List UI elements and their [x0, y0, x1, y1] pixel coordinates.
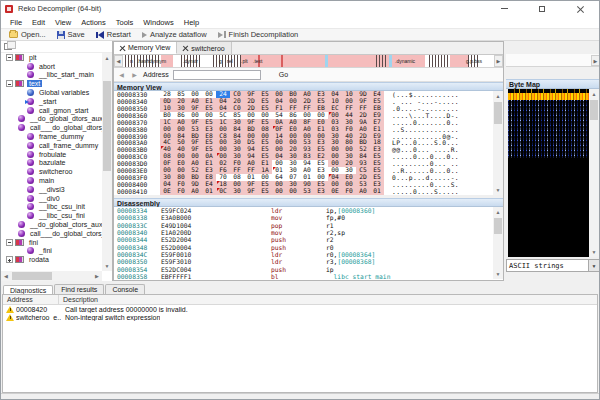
expand-icon[interactable]	[6, 256, 13, 263]
menu-item-actions[interactable]: Actions	[76, 18, 111, 27]
memory-byte[interactable]: E3	[314, 188, 328, 195]
disassembly-view[interactable]: 00008334E59FC024ldrip,[00008360]00008338…	[114, 207, 493, 279]
tree-item-frame-dummy[interactable]: frame_dummy	[1, 132, 102, 141]
collapse-icon[interactable]	[6, 80, 13, 87]
menu-item-help[interactable]: Help	[179, 18, 204, 27]
column-header-description[interactable]: Description	[59, 295, 597, 304]
memory-byte[interactable]: F0	[342, 188, 356, 195]
tree-vscroll-thumb[interactable]	[103, 81, 111, 171]
address-input[interactable]	[173, 70, 261, 80]
menu-item-windows[interactable]: Windows	[138, 18, 178, 27]
memory-scroll-thumb[interactable]	[494, 102, 502, 124]
tab-close-icon[interactable]	[183, 46, 188, 51]
diagnostic-row[interactable]: switcheroo_e...Non-integral switch expre…	[3, 314, 597, 323]
diagnostic-row[interactable]: 00008420Call target address 00000000 is …	[3, 305, 597, 314]
memory-byte[interactable]: 0E	[328, 188, 342, 195]
tab-switcheroo[interactable]: switcheroo	[177, 42, 231, 54]
go-button[interactable]: Go	[279, 71, 288, 78]
memory-byte[interactable]: 00	[272, 188, 286, 195]
byte-map-canvas[interactable]	[508, 89, 592, 257]
tree-item--do-global-dtors-aux[interactable]: __do_global_dtors_aux	[1, 115, 102, 124]
tab-console[interactable]: Console	[105, 284, 145, 294]
tree-item-global-variables[interactable]: Global variables	[1, 88, 102, 97]
tree-item-plt[interactable]: plt	[1, 53, 102, 62]
tree-item-switcheroo[interactable]: switcheroo	[1, 167, 102, 176]
scroll-up-icon[interactable]: ▲	[493, 91, 503, 101]
disassembly-row[interactable]: 00008354E52DC004puship	[114, 265, 493, 272]
scroll-down-icon[interactable]: ▼	[493, 269, 503, 279]
tree-item-fini[interactable]: fini	[1, 238, 102, 247]
disassembly-row[interactable]: 0000834CE59F0010ldrr0,[00008364]	[114, 251, 493, 258]
minimize-button[interactable]	[485, 1, 523, 16]
scroll-left-icon[interactable]: ◀	[1, 271, 11, 281]
menu-item-file[interactable]: File	[5, 18, 27, 27]
memory-byte[interactable]: A0	[188, 188, 202, 195]
menu-item-tools[interactable]: Tools	[111, 18, 139, 27]
collapse-icon[interactable]	[6, 54, 13, 61]
tree-item-rodata[interactable]: rodata	[1, 255, 102, 264]
tree-item--fini[interactable]: _fini	[1, 247, 102, 256]
memory-byte[interactable]: 9F	[244, 188, 258, 195]
tree-vertical-scrollbar[interactable]: ▲ ▼	[102, 53, 112, 271]
tree-item-call-frame-dummy[interactable]: call_frame_dummy	[1, 141, 102, 150]
tree-item--do-global-ctors-aux[interactable]: __do_global_ctors_aux	[1, 220, 102, 229]
scroll-up-icon[interactable]: ▲	[102, 53, 112, 63]
memory-byte[interactable]: 01	[202, 188, 216, 195]
memory-byte[interactable]: 01	[370, 188, 384, 195]
operand-reference[interactable]: [00008360]	[337, 207, 375, 214]
memory-byte[interactable]: A0	[356, 188, 370, 195]
tab-memory-view[interactable]: Memory View	[114, 42, 177, 54]
memory-byte[interactable]: 0C	[216, 188, 230, 195]
operand-reference[interactable]: [00008368]	[337, 258, 375, 265]
scroll-up-icon[interactable]: ▲	[589, 89, 599, 99]
operand-reference[interactable]: [00008364]	[337, 251, 375, 258]
menu-item-view[interactable]: View	[50, 18, 76, 27]
nav-back-icon[interactable]: ◀	[117, 71, 126, 78]
strip-scroll-left-icon[interactable]: ◀	[114, 55, 123, 67]
disassembly-row[interactable]: 00008348E52D0004pushr0	[114, 243, 493, 250]
tree-item-abort[interactable]: abort	[1, 62, 102, 71]
tree-item-call-gmon-start[interactable]: call_gmon_start	[1, 106, 102, 115]
tab-close-icon[interactable]	[120, 45, 125, 50]
tree-horizontal-scrollbar[interactable]: ◀ ▶	[1, 271, 102, 281]
tree-item-frobulate[interactable]: frobulate	[1, 150, 102, 159]
windows-cascade-icon[interactable]	[4, 43, 12, 50]
scroll-down-icon[interactable]: ▼	[493, 185, 503, 195]
toolbar-button-finish-decompilation[interactable]: Finish Decompilation	[214, 30, 303, 39]
scroll-right-icon[interactable]: ▶	[92, 271, 102, 281]
scroll-down-icon[interactable]: ▼	[102, 261, 112, 271]
strip-scroll-right-icon[interactable]: ▶	[494, 55, 503, 67]
toolbar-button-analyze-dataflow[interactable]: Analyze dataflow	[138, 30, 211, 39]
tree-item-call-do-global-ctors-aux[interactable]: call___do_global_ctors_aux	[1, 229, 102, 238]
close-button[interactable]	[561, 1, 599, 16]
toolbar-button-open[interactable]: Open...	[5, 30, 50, 39]
scroll-up-icon[interactable]: ▲	[493, 207, 503, 217]
byte-map-scrollbar[interactable]: ▲ ▼	[589, 89, 599, 257]
collapse-icon[interactable]	[6, 239, 13, 246]
maximize-button[interactable]	[523, 1, 561, 16]
tree-hscroll-thumb[interactable]	[12, 272, 52, 280]
image-segment-visualizer[interactable]: n.hashdynsym.dynstrgrel.plt.text.dynamic…	[123, 55, 494, 67]
toolbar-button-save[interactable]: Save	[53, 30, 89, 39]
disassembly-row[interactable]: 00008340E1A0200Dmovr2,sp	[114, 229, 493, 236]
memory-byte[interactable]: 53	[300, 188, 314, 195]
tab-find-results[interactable]: Find results	[54, 284, 104, 294]
toolbar-button-restart[interactable]: Restart	[92, 30, 135, 39]
memory-byte[interactable]: F0	[174, 188, 188, 195]
memory-byte[interactable]: 0E	[160, 188, 174, 195]
tree-item-main[interactable]: main	[1, 176, 102, 185]
byte-map-mode-select[interactable]: ASCII strings ▼	[506, 259, 600, 272]
tree-item--libc-csu-init[interactable]: __libc_csu_init	[1, 203, 102, 212]
disassembly-scrollbar[interactable]: ▲ ▼	[493, 207, 503, 279]
strip-scroll-right-icon[interactable]: ▶	[591, 55, 600, 66]
memory-hex-view[interactable]: 000083302885000024C09FE500B0A0E304109DE4…	[114, 91, 503, 195]
disassembly-row[interactable]: 00008338E3A0B000movfp,#0	[114, 214, 493, 221]
nav-forward-icon[interactable]: ▶	[130, 71, 139, 78]
disassembly-row[interactable]: 00008334E59FC024ldrip,[00008360]	[114, 207, 493, 214]
scroll-down-icon[interactable]: ▼	[589, 247, 599, 257]
memory-byte[interactable]: E5	[258, 188, 272, 195]
tree-item--libc-start-main[interactable]: __libc_start_main	[1, 71, 102, 80]
memory-byte[interactable]: 30	[230, 188, 244, 195]
tree-item--div0[interactable]: __div0	[1, 194, 102, 203]
tree-item--start[interactable]: _start	[1, 97, 102, 106]
